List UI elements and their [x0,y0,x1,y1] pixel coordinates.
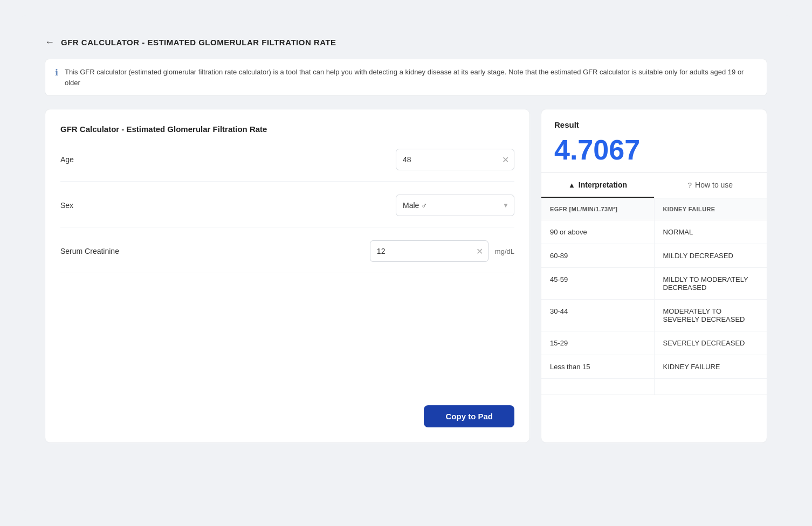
egfr-status: NORMAL [655,220,767,244]
table-header-row: eGFR [mL/min/1.73m²] KIDNEY FAILURE [541,198,767,220]
creatinine-field-row: Serum Creatinine ✕ mg/dL [60,240,514,273]
sex-label: Sex [60,201,179,210]
tab-interpretation-label: Interpretation [579,181,627,189]
info-banner: ℹ This GFR calculator (estimated glomeru… [45,59,767,96]
result-panel: Result 4.7067 ▲ Interpretation ? How to … [541,109,767,443]
egfr-status: KIDNEY FAILURE [655,355,767,378]
tab-how-to-use-label: How to use [695,181,733,189]
egfr-range: 30-44 [541,300,655,331]
age-field-row: Age ✕ [60,149,514,182]
info-icon: ℹ [55,67,58,78]
calculator-panel: GFR Calculator - Estimated Glomerular Fi… [45,109,530,443]
egfr-range: 90 or above [541,220,655,244]
age-input-container: ✕ [396,149,514,170]
creatinine-input-container: ✕ [370,240,488,262]
sex-field-row: Sex Male ♂ Female ♀ ▼ [60,195,514,227]
age-input[interactable] [396,149,514,170]
app-window: ← GFR CALCULATOR - ESTIMATED GLOMERULAR … [18,15,794,511]
table-row: 15-29 SEVERELY DECREASED [541,331,767,355]
egfr-range: Less than 15 [541,355,655,378]
tab-interpretation[interactable]: ▲ Interpretation [541,173,654,198]
creatinine-inputs-group: ✕ mg/dL [370,240,514,262]
egfr-status: MILDLY DECREASED [655,244,767,267]
result-value: 4.7067 [554,136,754,164]
interpretation-table: eGFR [mL/min/1.73m²] KIDNEY FAILURE 90 o… [541,198,767,442]
result-tabs: ▲ Interpretation ? How to use [541,173,767,198]
creatinine-label: Serum Creatinine [60,247,179,255]
copy-btn-wrap: Copy to Pad [60,394,514,427]
age-clear-icon[interactable]: ✕ [502,155,509,165]
creatinine-input[interactable] [370,240,488,262]
back-button[interactable]: ← [45,37,54,48]
table-row: 90 or above NORMAL [541,220,767,244]
table-row: 30-44 MODERATELY TO SEVERELY DECREASED [541,300,767,331]
tab-how-to-use[interactable]: ? How to use [654,173,767,198]
col-header-egfr: eGFR [mL/min/1.73m²] [541,198,655,220]
creatinine-unit: mg/dL [495,247,514,255]
sex-select-container: Male ♂ Female ♀ ▼ [396,195,514,216]
col-header-status: KIDNEY FAILURE [655,198,767,220]
info-text: This GFR calculator (estimated glomerula… [65,67,757,88]
age-label: Age [60,155,179,164]
table-row: Less than 15 KIDNEY FAILURE [541,355,767,379]
egfr-range: 15-29 [541,331,655,355]
egfr-status: SEVERELY DECREASED [655,331,767,355]
creatinine-input-wrap: ✕ mg/dL [179,240,514,262]
copy-to-pad-button[interactable]: Copy to Pad [424,405,514,427]
table-row-empty [541,379,767,395]
calculator-title: GFR Calculator - Estimated Glomerular Fi… [60,124,514,134]
egfr-range: 60-89 [541,244,655,267]
age-input-wrap: ✕ [179,149,514,170]
sex-input-wrap: Male ♂ Female ♀ ▼ [179,195,514,216]
egfr-range: 45-59 [541,268,655,299]
page-header: ← GFR CALCULATOR - ESTIMATED GLOMERULAR … [45,37,767,48]
table-row: 45-59 MILDLY TO MODERATELY DECREASED [541,268,767,300]
creatinine-clear-icon[interactable]: ✕ [476,246,483,257]
result-label: Result [554,120,754,129]
sex-select[interactable]: Male ♂ Female ♀ [396,195,514,216]
how-to-use-icon: ? [688,181,692,189]
egfr-status: MODERATELY TO SEVERELY DECREASED [655,300,767,331]
table-row: 60-89 MILDLY DECREASED [541,244,767,268]
page-title: GFR CALCULATOR - ESTIMATED GLOMERULAR FI… [61,38,336,47]
main-content: GFR Calculator - Estimated Glomerular Fi… [45,109,767,443]
egfr-status: MILDLY TO MODERATELY DECREASED [655,268,767,299]
result-header: Result 4.7067 [541,109,767,173]
interpretation-icon: ▲ [568,181,575,189]
